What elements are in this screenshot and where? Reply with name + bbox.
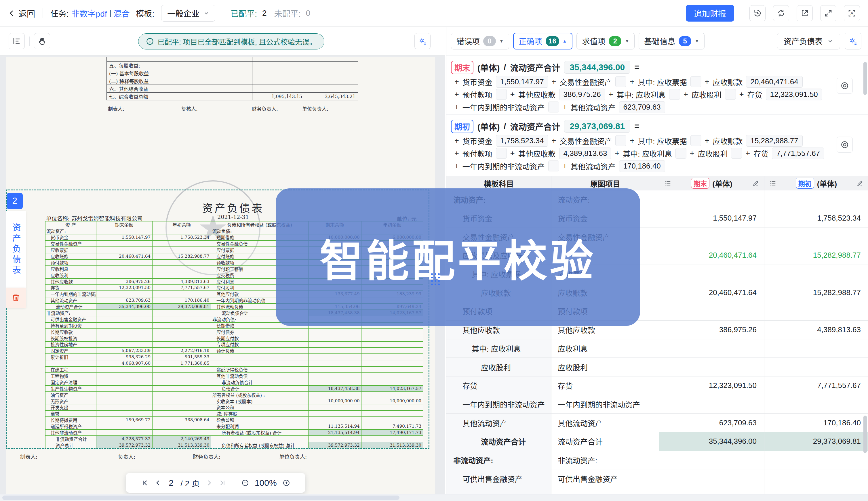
source-item-cell: 其他流动资产 (552, 414, 659, 432)
table-row[interactable]: 可供出售金融资产可供出售金融资产 (446, 469, 868, 488)
scan-cell: 20,460,471.64 (96, 253, 152, 259)
table-row[interactable]: 持有至到期投资持有至到期投资 (446, 488, 868, 494)
table-row[interactable]: 非流动资产:非流动资产: (446, 451, 868, 470)
scan-row: 长期待摊费用159,669.72368,908.64盈余公积 (45, 417, 424, 423)
table-row[interactable]: 流动资产合计流动资产合计35,344,396.0029,373,069.81 (446, 432, 868, 451)
result-filter-tab[interactable]: 正确项16▲ (513, 33, 573, 50)
divider (234, 478, 234, 488)
ocr-text-button[interactable]: A (844, 5, 860, 21)
scan-cell (308, 366, 362, 373)
zoom-out-button[interactable] (241, 479, 249, 487)
scan-cell (96, 228, 152, 234)
period-tag: 期初 (451, 120, 473, 133)
zoom-in-button[interactable] (283, 479, 290, 487)
delete-sheet-button[interactable] (6, 288, 26, 308)
formula-term-value[interactable]: 15,282,988.77 (746, 135, 802, 147)
formula-term-value[interactable]: 4,389,813.63 (559, 148, 611, 159)
scan-cell: 资本公积 (211, 404, 308, 411)
horizontal-scrollbar-thumb[interactable] (2, 495, 399, 500)
outline-button[interactable] (9, 33, 25, 49)
formula-term-value[interactable]: 20,460,471.64 (746, 76, 802, 88)
refresh-button[interactable] (773, 5, 789, 21)
last-page-button[interactable] (219, 479, 226, 487)
status-message: 已配平: 项目已全部匹配到模板, 且公式校验无误。 (157, 36, 316, 46)
formula-term-value[interactable]: 623,709.63 (619, 101, 665, 113)
panel-resize-handle[interactable] (431, 273, 440, 285)
column-list-icon[interactable] (769, 180, 776, 187)
table-settings-button[interactable] (845, 33, 861, 50)
plus-circle-icon (283, 479, 290, 487)
scan-row: 工程物资其他非流动负债 (45, 373, 424, 379)
back-button[interactable]: 返回 (8, 7, 35, 19)
scan-cell (308, 404, 362, 411)
task-mode-link[interactable]: 混合 (114, 8, 130, 19)
formula-term-value[interactable] (669, 89, 680, 100)
table-row[interactable]: 一年内到期的非流动资产一年内到期的非流动资产 (446, 395, 868, 414)
table-row[interactable]: 其中: 应收利息应收利息 (446, 339, 868, 358)
formula-term-value[interactable]: 7,771,557.67 (772, 148, 824, 159)
formula-term-value[interactable] (548, 160, 559, 171)
formula-term-value[interactable] (496, 148, 507, 159)
scan-cell (211, 436, 308, 442)
current-page[interactable]: 2 (169, 478, 174, 488)
formula-term-value[interactable] (676, 148, 687, 159)
formula-term-value[interactable] (690, 76, 701, 87)
prev-page-button[interactable] (154, 479, 162, 487)
formula-term-value[interactable]: 386,975.26 (559, 88, 605, 100)
scan-cell: 170,186.40 (152, 297, 211, 303)
table-row[interactable]: 应收股利应收股利 (446, 358, 868, 376)
template-subject-cell: 存货 (446, 376, 552, 395)
result-filter-tab[interactable]: 基础信息5▼ (639, 33, 704, 50)
formula-scrollbar[interactable] (864, 62, 867, 95)
formula-term-value[interactable]: 12,323,091.50 (766, 88, 822, 100)
formula-term-value[interactable] (725, 89, 736, 100)
open-external-button[interactable] (797, 5, 813, 21)
add-report-button[interactable]: 追加财报 (686, 5, 734, 22)
scan-cell: 无形资产 (45, 398, 96, 404)
formula-term-value[interactable] (615, 76, 626, 87)
first-page-button[interactable] (141, 479, 148, 487)
edit-icon[interactable] (856, 180, 864, 187)
template-select[interactable]: 一般企业 (161, 5, 215, 22)
table-row[interactable]: 存货存货12,323,091.507,771,557.67 (446, 376, 868, 395)
history-button[interactable] (750, 5, 765, 21)
plus-sign: + (454, 103, 459, 111)
formula-term-label: 其中: 应收票据 (638, 136, 687, 146)
column-list-icon[interactable] (664, 180, 671, 187)
formula-term-value[interactable]: 1,550,147.97 (496, 76, 548, 88)
formula-total-value[interactable]: 29,373,069.81 (564, 120, 630, 132)
caret-down-icon: ▼ (695, 39, 699, 43)
table-scrollbar[interactable] (864, 416, 867, 453)
locate-button[interactable] (837, 137, 853, 153)
task-name-link[interactable]: 非数字pdf (72, 8, 107, 19)
fullscreen-button[interactable] (820, 5, 836, 21)
doc-settings-button[interactable] (415, 33, 430, 49)
scan-cell: 11,135,514.94 (308, 423, 362, 429)
formula-term-value[interactable] (731, 148, 742, 159)
end-value-cell: 1,550,147.97 (659, 209, 764, 227)
edit-icon[interactable] (752, 180, 760, 187)
formula-term-value[interactable]: 1,758,523.34 (496, 135, 548, 147)
formula-term-value[interactable] (548, 102, 559, 113)
sheet-select[interactable]: 资产负债表 (777, 33, 840, 50)
scan-cell (152, 411, 211, 417)
sheet-tab-title[interactable]: 资产负债表 (6, 211, 26, 288)
scan-cell (152, 247, 211, 253)
formula-term-value[interactable]: 170,186.40 (619, 160, 665, 172)
formula-total-value[interactable]: 35,344,396.00 (564, 61, 630, 74)
formula-term-value[interactable] (496, 89, 507, 100)
formula-term-value[interactable] (615, 135, 626, 146)
scan-cell: 固定资产 (45, 348, 96, 354)
result-filter-tab[interactable]: 求值项2▼ (576, 33, 635, 50)
scan-cell: 1,758,523.34 (152, 234, 211, 241)
locate-button[interactable] (837, 78, 853, 94)
formula-term-label: 货币资金 (462, 76, 492, 87)
result-filter-tab[interactable]: 错误项0▼ (451, 33, 509, 50)
formula-term-label: 其他应收款 (518, 148, 556, 159)
table-row[interactable]: 其他流动资产其他流动资产623,709.63170,186.40 (446, 414, 868, 432)
formula-term-value[interactable] (690, 135, 701, 146)
pan-tool-button[interactable] (34, 33, 50, 49)
divider (43, 8, 43, 18)
next-page-button[interactable] (206, 479, 213, 487)
scan-cell: 31,513,339.30 (152, 442, 211, 448)
